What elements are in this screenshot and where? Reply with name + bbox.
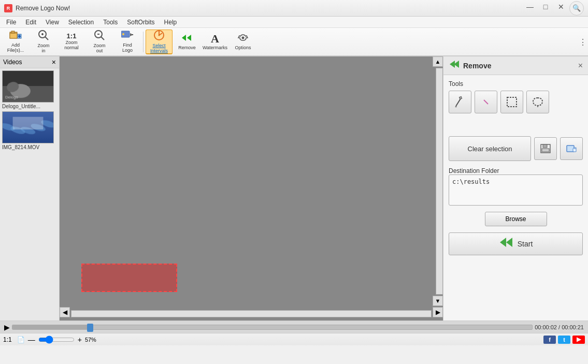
timeline-bar: ▶ 00:00:02 / 00:00:21 [0, 321, 588, 333]
title-bar: R Remove Logo Now! — □ ✕ 🔍 [0, 0, 588, 17]
menu-bar: File Edit View Selection Tools SoftOrbit… [0, 17, 588, 28]
zoom-out-button[interactable]: Zoomout [86, 30, 113, 54]
zoom-normal-icon: 1:1 [67, 33, 77, 39]
maximize-button[interactable]: □ [538, 1, 553, 12]
watermarks-icon: A [211, 33, 219, 45]
timeline-track[interactable] [12, 325, 533, 330]
add-files-button[interactable]: AddFile(s)... [2, 30, 29, 54]
zoom-scale-indicator: 1:1 [3, 336, 12, 343]
svg-line-30 [484, 100, 488, 104]
youtube-icon[interactable]: ▶ [572, 336, 585, 344]
menu-view[interactable]: View [41, 18, 63, 27]
zoom-in-button[interactable]: Zoomin [30, 30, 57, 54]
browse-section: Browse [449, 212, 583, 226]
rect-select-tool-button[interactable] [500, 91, 523, 113]
menu-selection[interactable]: Selection [64, 18, 98, 27]
zoom-normal-button[interactable]: 1:1 Zoomnormal [58, 30, 85, 54]
browse-button[interactable]: Browse [485, 212, 547, 226]
eraser-tool-button[interactable] [475, 91, 497, 113]
svg-rect-28 [459, 96, 462, 99]
destination-folder-label: Destination Folder [449, 167, 583, 174]
videos-panel: Videos × Delogo_Untitle... IMG_8214.MOV [0, 56, 60, 321]
list-item[interactable]: Delogo_Untitle... [2, 70, 57, 109]
toolbox-title-row: Remove [449, 60, 491, 71]
options-label: Options [235, 46, 251, 51]
search-button[interactable]: 🔍 [569, 1, 584, 16]
options-icon [237, 33, 249, 45]
time-display: 00:00:02 / 00:00:21 [535, 324, 584, 330]
toolbox-panel: Remove × Tools [443, 56, 588, 321]
toolbox-close-button[interactable]: × [578, 61, 583, 70]
svg-marker-21 [182, 35, 186, 41]
toolbox-arrow-icon [449, 60, 459, 71]
menu-edit[interactable]: Edit [21, 18, 40, 27]
toolbar-separator-1 [143, 32, 144, 52]
list-item[interactable]: IMG_8214.MOV [2, 111, 57, 150]
menu-tools[interactable]: Tools [99, 18, 122, 27]
toolbox-header: Remove × [443, 56, 588, 75]
menu-softorbits[interactable]: SoftOrbits [123, 18, 159, 27]
svg-rect-35 [542, 149, 549, 152]
zoom-plus-button[interactable]: + [78, 336, 82, 344]
videos-title: Videos [3, 59, 22, 66]
lasso-tool-button[interactable] [526, 91, 549, 113]
canvas-scroll-down-button[interactable]: ▼ [433, 296, 443, 306]
pencil-tool-button[interactable] [449, 91, 471, 113]
remove-label: Remove [178, 46, 196, 51]
minimize-button[interactable]: — [523, 1, 537, 12]
video-name-2: IMG_8214.MOV [2, 144, 54, 150]
canvas-scroll-up-button[interactable]: ▲ [433, 56, 443, 67]
add-files-label: AddFile(s)... [7, 43, 24, 53]
zoom-slider[interactable] [38, 338, 75, 342]
facebook-icon[interactable]: f [543, 336, 556, 344]
remove-button[interactable]: Remove [174, 30, 200, 54]
options-button[interactable]: Options [230, 30, 256, 54]
destination-folder-input[interactable]: c:\results [449, 174, 583, 206]
clear-selection-button[interactable]: Clear selection [449, 136, 531, 161]
toolbox-title: Remove [463, 62, 491, 70]
svg-marker-27 [455, 106, 457, 107]
zoom-in-icon [38, 30, 49, 42]
find-logo-label: FindLogo [122, 43, 133, 53]
svg-marker-22 [187, 35, 191, 41]
select-intervals-button[interactable]: SelectIntervals [146, 30, 173, 54]
select-intervals-icon [153, 30, 165, 42]
timeline-thumb[interactable] [87, 324, 93, 332]
destination-folder-section: Destination Folder c:\results [449, 167, 583, 206]
app-icon: R [4, 4, 12, 12]
play-button[interactable]: ▶ [4, 323, 10, 331]
menu-file[interactable]: File [2, 18, 20, 27]
zoom-in-label: Zoomin [37, 43, 49, 54]
find-logo-icon [121, 30, 134, 42]
canvas-area[interactable]: ▲ ▼ ◀ ▶ [60, 56, 443, 321]
main-layout: Videos × Delogo_Untitle... IMG_8214.MOV [0, 56, 588, 321]
videos-close-button[interactable]: × [52, 58, 56, 66]
canvas-vertical-scrollbar[interactable] [436, 68, 443, 295]
canvas-horizontal-scrollbar[interactable] [71, 310, 432, 317]
load-selection-button[interactable] [560, 137, 583, 160]
svg-rect-2 [11, 31, 15, 33]
video-name-1: Delogo_Untitle... [2, 104, 54, 109]
zoom-out-label: Zoomout [93, 43, 105, 54]
menu-help[interactable]: Help [160, 18, 181, 27]
page-icon: 📄 [17, 336, 25, 343]
svg-marker-39 [500, 238, 506, 247]
watermarks-button[interactable]: A Watermarks [202, 30, 228, 54]
zoom-minus-button[interactable]: — [28, 336, 35, 344]
remove-icon [181, 33, 193, 45]
social-icons: f t ▶ [543, 336, 585, 344]
save-selection-button[interactable] [534, 137, 557, 160]
start-button[interactable]: Start [449, 232, 583, 255]
videos-list: Delogo_Untitle... IMG_8214.MOV [0, 68, 59, 152]
canvas-scroll-left-button[interactable]: ◀ [60, 307, 70, 317]
title-left: R Remove Logo Now! [4, 4, 70, 12]
tools-section: Tools [449, 80, 583, 113]
clear-selection-area: Clear selection [449, 136, 583, 161]
close-button[interactable]: ✕ [554, 1, 568, 12]
svg-line-9 [45, 37, 48, 40]
twitter-icon[interactable]: t [558, 336, 570, 344]
svg-point-14 [122, 33, 124, 35]
video-thumbnail-2 [2, 111, 54, 143]
find-logo-button[interactable]: FindLogo [114, 30, 141, 54]
canvas-scroll-right-button[interactable]: ▶ [433, 307, 443, 317]
